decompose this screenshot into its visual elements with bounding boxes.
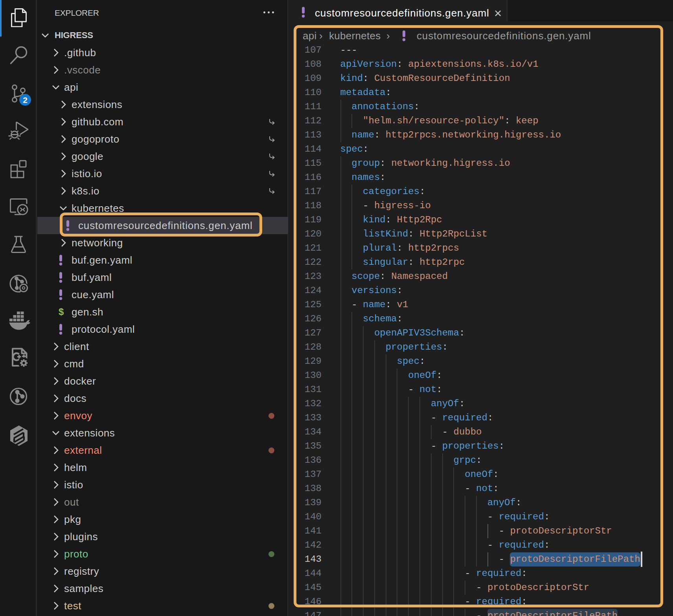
svg-text:2: 2 [23,95,28,104]
